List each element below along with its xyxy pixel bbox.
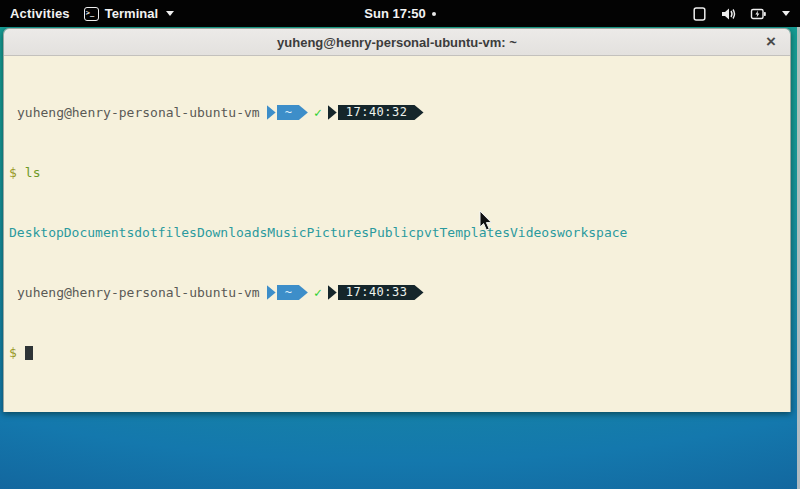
volume-icon <box>720 6 737 22</box>
terminal-window: yuheng@henry-personal-ubuntu-vm: ~ × yuh… <box>3 28 791 412</box>
activities-button[interactable]: Activities <box>10 6 70 21</box>
directory-item: dotfiles <box>134 225 197 240</box>
close-icon[interactable]: × <box>766 29 776 55</box>
directory-item: Documents <box>64 225 134 240</box>
status-check-icon: ✓ <box>314 105 322 120</box>
chevron-down-icon <box>782 11 790 16</box>
directory-item: pvt <box>416 225 439 240</box>
directory-item: Music <box>267 225 306 240</box>
system-status-area[interactable] <box>692 6 800 22</box>
prompt-time-segment: 17:40:33 <box>338 285 424 300</box>
current-command-line[interactable]: $ <box>9 345 790 360</box>
terminal-icon: >_ <box>84 7 99 21</box>
directory-item: Templates <box>440 225 510 240</box>
text-cursor <box>25 346 33 360</box>
prompt-path-segment: ~ <box>277 285 308 300</box>
powerline-arrow-icon <box>328 285 337 300</box>
app-menu-terminal[interactable]: >_ Terminal <box>84 6 174 21</box>
prompt-user: yuheng@henry-personal-ubuntu-vm <box>17 285 260 300</box>
display-icon <box>692 6 707 22</box>
prompt-time-segment: 17:40:32 <box>338 105 424 120</box>
directory-item: Public <box>369 225 416 240</box>
directory-item: Pictures <box>306 225 369 240</box>
notification-dot <box>432 12 436 16</box>
chevron-down-icon <box>166 11 174 16</box>
clock-button[interactable]: Sun 17:50 <box>364 6 425 21</box>
app-menu-label: Terminal <box>105 6 158 21</box>
directory-item: workspace <box>557 225 627 240</box>
directory-item: Downloads <box>197 225 267 240</box>
status-check-icon: ✓ <box>314 285 322 300</box>
ls-output: Desktop Documents dotfiles Downloads Mus… <box>9 225 790 240</box>
powerline-arrow-icon <box>267 285 276 300</box>
directory-item: Desktop <box>9 225 64 240</box>
terminal-content[interactable]: yuheng@henry-personal-ubuntu-vm ~ ✓ 17:4… <box>4 56 790 412</box>
typed-command: ls <box>17 165 41 180</box>
prompt-symbol: $ <box>9 345 17 360</box>
prompt-symbol: $ <box>9 165 17 180</box>
prompt-path-segment: ~ <box>277 105 308 120</box>
battery-charging-icon <box>750 6 767 22</box>
powerline-arrow-icon <box>328 105 337 120</box>
command-line: $ls <box>9 165 790 180</box>
prompt-user: yuheng@henry-personal-ubuntu-vm <box>17 105 260 120</box>
directory-item: Videos <box>510 225 557 240</box>
window-titlebar[interactable]: yuheng@henry-personal-ubuntu-vm: ~ × <box>4 29 790 56</box>
gnome-top-bar: Activities >_ Terminal Sun 17:50 <box>0 0 800 27</box>
mouse-cursor-icon <box>479 210 493 232</box>
prompt-line: yuheng@henry-personal-ubuntu-vm ~ ✓ 17:4… <box>9 105 790 120</box>
powerline-arrow-icon <box>267 105 276 120</box>
prompt-line: yuheng@henry-personal-ubuntu-vm ~ ✓ 17:4… <box>9 285 790 300</box>
window-title: yuheng@henry-personal-ubuntu-vm: ~ <box>4 35 790 50</box>
